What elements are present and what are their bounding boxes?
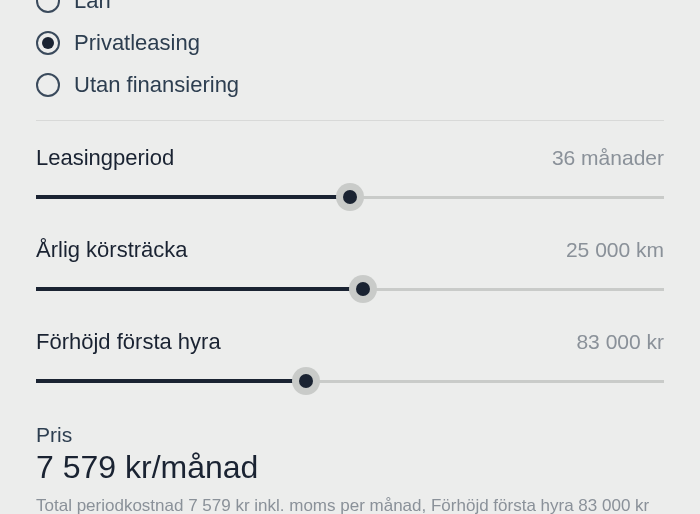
slider-value: 36 månader xyxy=(552,146,664,170)
slider-track[interactable] xyxy=(36,185,664,209)
radio-icon xyxy=(36,0,60,13)
slider-section: Leasingperiod 36 månader Årlig körsträck… xyxy=(36,121,664,393)
financing-radio-group: Lån Privatleasing Utan finansiering xyxy=(36,0,664,106)
slider-thumb[interactable] xyxy=(336,183,364,211)
slider-down-payment: Förhöjd första hyra 83 000 kr xyxy=(36,329,664,393)
slider-track[interactable] xyxy=(36,369,664,393)
slider-thumb[interactable] xyxy=(349,275,377,303)
radio-option-private-leasing[interactable]: Privatleasing xyxy=(36,22,664,64)
price-summary: Total periodkostnad 7 579 kr inkl. moms … xyxy=(36,494,664,514)
radio-option-no-financing[interactable]: Utan finansiering xyxy=(36,64,664,106)
radio-label: Utan finansiering xyxy=(74,72,239,98)
price-amount: 7 579 kr/månad xyxy=(36,449,664,486)
slider-value: 25 000 km xyxy=(566,238,664,262)
radio-label: Privatleasing xyxy=(74,30,200,56)
price-label: Pris xyxy=(36,423,664,447)
slider-annual-mileage: Årlig körsträcka 25 000 km xyxy=(36,237,664,301)
slider-label: Årlig körsträcka xyxy=(36,237,188,263)
slider-label: Leasingperiod xyxy=(36,145,174,171)
slider-value: 83 000 kr xyxy=(576,330,664,354)
slider-leasing-period: Leasingperiod 36 månader xyxy=(36,145,664,209)
radio-option-loan[interactable]: Lån xyxy=(36,0,664,22)
slider-track[interactable] xyxy=(36,277,664,301)
price-section: Pris 7 579 kr/månad Total periodkostnad … xyxy=(36,421,664,514)
radio-label: Lån xyxy=(74,0,111,14)
radio-icon xyxy=(36,73,60,97)
slider-label: Förhöjd första hyra xyxy=(36,329,221,355)
radio-icon-selected xyxy=(36,31,60,55)
slider-thumb[interactable] xyxy=(292,367,320,395)
